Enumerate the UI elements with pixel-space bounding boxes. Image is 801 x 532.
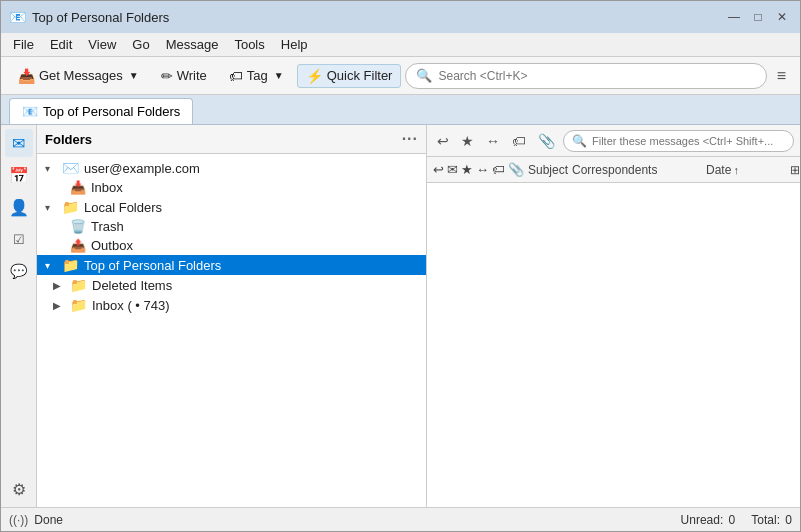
minimize-button[interactable]: —: [724, 7, 744, 27]
col-header-correspondents[interactable]: Correspondents: [572, 163, 702, 177]
write-icon: ✏: [161, 68, 173, 84]
get-messages-button[interactable]: 📥 Get Messages ▼: [9, 64, 148, 88]
folder-local-folders[interactable]: ▾ 📁 Local Folders: [37, 197, 426, 217]
message-panel: ↩ ★ ↔ 🏷 📎 🔍 ↩ ✉ ★ ↔ 🏷 📎 Subject: [427, 125, 800, 507]
menu-view[interactable]: View: [80, 35, 124, 54]
tab-label: Top of Personal Folders: [43, 104, 180, 119]
search-box: 🔍: [405, 63, 766, 89]
sidebar-header: Folders ···: [37, 125, 426, 154]
nav-settings[interactable]: ⚙: [5, 475, 33, 503]
folder-icon-inbox: 📥: [70, 180, 86, 195]
folder-top-personal[interactable]: ▾ 📁 Top of Personal Folders: [37, 255, 426, 275]
chevron-user-account: ▾: [45, 163, 59, 174]
tab-bar: 📧 Top of Personal Folders: [1, 95, 800, 125]
menu-tools[interactable]: Tools: [226, 35, 272, 54]
folder-label-top-personal: Top of Personal Folders: [84, 258, 221, 273]
folder-label-trash: Trash: [91, 219, 124, 234]
tab-icon: 📧: [22, 104, 38, 119]
chevron-top-personal: ▾: [45, 260, 59, 271]
folder-trash[interactable]: 🗑️ Trash: [37, 217, 426, 236]
col-extra-icon: ⊞: [790, 163, 800, 177]
nav-chat[interactable]: 💬: [5, 257, 33, 285]
maximize-button[interactable]: □: [748, 7, 768, 27]
chevron-trash: [53, 221, 67, 232]
folder-label-user-account: user@example.com: [84, 161, 200, 176]
folder-inbox-743[interactable]: ▶ 📁 Inbox ( • 743): [37, 295, 426, 315]
nav-mail[interactable]: ✉: [5, 129, 33, 157]
folders-menu-button[interactable]: ···: [402, 130, 418, 148]
menu-message[interactable]: Message: [158, 35, 227, 54]
nav-contacts[interactable]: 👤: [5, 193, 33, 221]
sidebar: Folders ··· ▾ ✉️ user@example.com 📥 Inbo…: [37, 125, 427, 507]
read-icon[interactable]: ✉: [447, 162, 458, 177]
app-icon: 📧: [9, 9, 26, 25]
total-value: 0: [785, 513, 792, 527]
folder-label-local-folders: Local Folders: [84, 200, 162, 215]
tag-msg-btn[interactable]: 🏷: [508, 131, 530, 151]
tag-button[interactable]: 🏷 Tag ▼: [220, 64, 293, 88]
col-header-date[interactable]: Date ↑: [706, 163, 786, 177]
column-headers: ↩ ✉ ★ ↔ 🏷 📎 Subject Correspondents Date …: [427, 157, 800, 183]
left-panel: ✉ 📅 👤 ☑ 💬 ⚙ Folders ··· ▾ ✉️ user@exampl…: [1, 125, 427, 507]
menu-file[interactable]: File: [5, 35, 42, 54]
attachment-icon-btn[interactable]: 📎: [534, 131, 559, 151]
folder-user-account[interactable]: ▾ ✉️ user@example.com: [37, 158, 426, 178]
get-messages-icon: 📥: [18, 68, 35, 84]
reply-icon-btn[interactable]: ↩: [433, 131, 453, 151]
search-input[interactable]: [438, 69, 755, 83]
nav-calendar[interactable]: 📅: [5, 161, 33, 189]
folder-icon-top-personal: 📁: [62, 257, 79, 273]
delete-icon[interactable]: 🏷: [492, 162, 505, 177]
quick-filter-icon: ⚡: [306, 68, 323, 84]
subject-label: Subject: [528, 163, 568, 177]
chevron-inbox-743: ▶: [53, 300, 67, 311]
nav-tasks[interactable]: ☑: [5, 225, 33, 253]
unread-label: Unread:: [681, 513, 724, 527]
tag-icon: 🏷: [229, 68, 243, 84]
star-col-icon[interactable]: ★: [461, 162, 473, 177]
chevron-outbox: [53, 240, 67, 251]
junk-icon[interactable]: ↔: [476, 162, 489, 177]
chevron-inbox: [53, 182, 67, 193]
toolbar: 📥 Get Messages ▼ ✏ Write 🏷 Tag ▼ ⚡ Quick…: [1, 57, 800, 95]
folder-icon-local-folders: 📁: [62, 199, 79, 215]
correspondents-label: Correspondents: [572, 163, 657, 177]
menu-go[interactable]: Go: [124, 35, 157, 54]
unread-count: Unread: 0: [681, 513, 736, 527]
sort-arrow-icon: ↑: [733, 164, 739, 176]
total-label: Total:: [751, 513, 780, 527]
message-list-area: [427, 183, 800, 507]
menu-bar: File Edit View Go Message Tools Help: [1, 33, 800, 57]
folder-icon-outbox: 📤: [70, 238, 86, 253]
attachment-col-icon[interactable]: 📎: [508, 162, 524, 177]
menu-edit[interactable]: Edit: [42, 35, 80, 54]
unread-value: 0: [729, 513, 736, 527]
folder-icon-deleted-items: 📁: [70, 277, 87, 293]
tab-top-personal-folders[interactable]: 📧 Top of Personal Folders: [9, 98, 193, 124]
star-icon-btn[interactable]: ★: [457, 131, 478, 151]
close-button[interactable]: ✕: [772, 7, 792, 27]
folders-label: Folders: [45, 132, 92, 147]
filter-search-input[interactable]: [592, 135, 785, 147]
col-header-subject[interactable]: Subject: [528, 163, 568, 177]
main-area: ✉ 📅 👤 ☑ 💬 ⚙ Folders ··· ▾ ✉️ user@exampl…: [1, 125, 800, 507]
forward-icon-btn[interactable]: ↔: [482, 131, 504, 151]
folder-outbox[interactable]: 📤 Outbox: [37, 236, 426, 255]
total-count: Total: 0: [751, 513, 792, 527]
folder-deleted-items[interactable]: ▶ 📁 Deleted Items: [37, 275, 426, 295]
col-header-icons: ↩ ✉ ★ ↔ 🏷 📎: [433, 162, 524, 177]
hamburger-button[interactable]: ≡: [771, 64, 792, 88]
status-text: Done: [34, 513, 63, 527]
folder-inbox[interactable]: 📥 Inbox: [37, 178, 426, 197]
get-messages-dropdown-icon[interactable]: ▼: [129, 70, 139, 81]
write-button[interactable]: ✏ Write: [152, 64, 216, 88]
folder-label-outbox: Outbox: [91, 238, 133, 253]
chevron-deleted-items: ▶: [53, 280, 67, 291]
window-title: Top of Personal Folders: [32, 10, 169, 25]
folder-icon-trash: 🗑️: [70, 219, 86, 234]
col-header-extra[interactable]: ⊞: [790, 163, 800, 177]
tag-dropdown-icon[interactable]: ▼: [274, 70, 284, 81]
thread-icon[interactable]: ↩: [433, 162, 444, 177]
menu-help[interactable]: Help: [273, 35, 316, 54]
quick-filter-button[interactable]: ⚡ Quick Filter: [297, 64, 402, 88]
